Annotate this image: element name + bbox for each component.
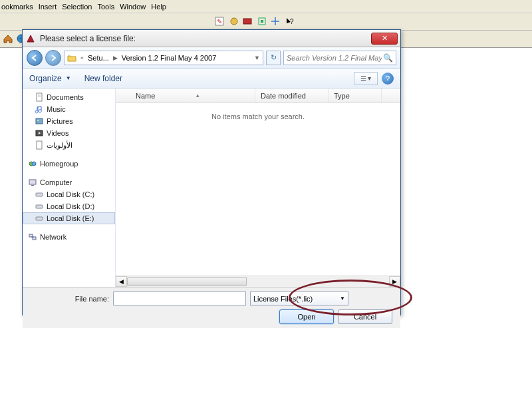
svg-rect-22 bbox=[29, 234, 33, 237]
svg-rect-23 bbox=[33, 237, 36, 240]
svg-point-2 bbox=[231, 18, 237, 25]
menu-tools[interactable]: Tools bbox=[97, 3, 114, 11]
scroll-thumb[interactable] bbox=[127, 277, 247, 286]
new-folder-button[interactable]: New folder bbox=[84, 74, 122, 83]
svg-text:?: ? bbox=[290, 18, 294, 25]
tb-icon-d[interactable] bbox=[257, 16, 267, 27]
file-open-dialog: Please select a license file: ✕ « Setu..… bbox=[22, 29, 401, 315]
col-name[interactable]: Name▲ bbox=[116, 89, 255, 102]
bc-dropdown[interactable]: ▼ bbox=[254, 55, 260, 61]
nav-tree[interactable]: Documents Music Pictures Videos الأولويا… bbox=[23, 89, 116, 287]
svg-rect-8 bbox=[37, 93, 42, 101]
app-icon bbox=[25, 33, 36, 44]
search-box[interactable]: 🔍 bbox=[283, 51, 396, 65]
close-button[interactable]: ✕ bbox=[371, 33, 398, 45]
tb-home-icon[interactable] bbox=[3, 33, 13, 44]
scroll-right[interactable]: ▶ bbox=[389, 276, 400, 287]
svg-rect-5 bbox=[261, 20, 263, 23]
svg-rect-3 bbox=[243, 19, 251, 24]
view-button[interactable]: ☰ ▾ bbox=[354, 72, 378, 85]
svg-rect-14 bbox=[37, 141, 42, 149]
search-icon: 🔍 bbox=[383, 53, 393, 63]
filename-input[interactable] bbox=[113, 292, 246, 305]
svg-rect-19 bbox=[36, 193, 43, 196]
column-header: Name▲ Date modified Type bbox=[116, 89, 400, 103]
folder-icon bbox=[67, 53, 76, 63]
bc-folder-2[interactable]: Version 1.2 Final May 4 2007 bbox=[122, 54, 216, 62]
filename-label: File name: bbox=[29, 295, 109, 303]
tb-icon-help-arrow[interactable]: ? bbox=[285, 16, 295, 27]
forward-button[interactable] bbox=[45, 50, 61, 66]
nav-row: « Setu... ▶ Version 1.2 Final May 4 2007… bbox=[23, 47, 400, 69]
toolbar-row-1: ✎ ? bbox=[0, 13, 532, 31]
scroll-left[interactable]: ◀ bbox=[116, 276, 127, 287]
organize-button[interactable]: Organize bbox=[29, 74, 62, 83]
filetype-filter[interactable]: License Files(*.lic) ▼ bbox=[250, 292, 348, 305]
chevron-down-icon: ▼ bbox=[340, 296, 345, 301]
open-button[interactable]: Open bbox=[279, 309, 334, 324]
file-list-area: Name▲ Date modified Type No items match … bbox=[116, 89, 400, 287]
breadcrumb[interactable]: « Setu... ▶ Version 1.2 Final May 4 2007… bbox=[64, 51, 263, 65]
nav-network[interactable]: Network bbox=[23, 231, 115, 243]
back-button[interactable] bbox=[27, 50, 43, 66]
nav-videos[interactable]: Videos bbox=[23, 127, 115, 139]
titlebar: Please select a license file: ✕ bbox=[23, 30, 400, 47]
cancel-button[interactable]: Cancel bbox=[338, 309, 392, 324]
organize-dropdown-icon[interactable]: ▼ bbox=[66, 75, 71, 81]
h-scrollbar[interactable]: ◀ ▶ bbox=[116, 276, 400, 287]
filter-label: License Files(*.lic) bbox=[253, 295, 313, 303]
col-date[interactable]: Date modified bbox=[255, 89, 329, 102]
tb-icon-a[interactable]: ✎ bbox=[214, 16, 225, 27]
menu-insert[interactable]: Insert bbox=[39, 3, 57, 11]
svg-rect-18 bbox=[31, 185, 34, 186]
bc-folder-1[interactable]: Setu... bbox=[88, 54, 109, 62]
empty-message: No items match your search. bbox=[116, 112, 400, 120]
nav-local-c[interactable]: Local Disk (C:) bbox=[23, 188, 115, 200]
dialog-body: Documents Music Pictures Videos الأولويا… bbox=[23, 89, 400, 287]
nav-computer[interactable]: Computer bbox=[23, 176, 115, 188]
search-input[interactable] bbox=[287, 54, 382, 62]
scroll-track[interactable] bbox=[127, 276, 389, 287]
bottom-panel: File name: License Files(*.lic) ▼ Open C… bbox=[23, 287, 400, 328]
col-type[interactable]: Type bbox=[329, 89, 382, 102]
svg-rect-21 bbox=[36, 217, 43, 220]
bc-sep: « bbox=[80, 55, 84, 61]
nav-homegroup[interactable]: Homegroup bbox=[23, 158, 115, 170]
command-row: Organize ▼ New folder ☰ ▾ ? bbox=[23, 69, 400, 89]
menubar: ookmarks Insert Selection Tools Window H… bbox=[0, 0, 532, 13]
menu-help[interactable]: Help bbox=[151, 3, 166, 11]
nav-priorities[interactable]: الأولويات bbox=[23, 139, 115, 151]
svg-point-12 bbox=[37, 120, 39, 121]
help-button[interactable]: ? bbox=[382, 73, 394, 85]
nav-local-e[interactable]: Local Disk (E:) bbox=[23, 212, 115, 224]
dialog-title: Please select a license file: bbox=[40, 34, 371, 43]
tb-icon-b[interactable] bbox=[229, 16, 239, 27]
nav-local-d[interactable]: Local Disk (D:) bbox=[23, 200, 115, 212]
menu-selection[interactable]: Selection bbox=[62, 3, 92, 11]
menu-window[interactable]: Window bbox=[120, 3, 146, 11]
svg-rect-17 bbox=[29, 180, 36, 184]
tb-icon-c[interactable] bbox=[242, 16, 253, 27]
nav-pictures[interactable]: Pictures bbox=[23, 115, 115, 127]
refresh-button[interactable]: ↻ bbox=[266, 51, 281, 65]
svg-rect-20 bbox=[36, 205, 43, 208]
menu-bookmarks[interactable]: ookmarks bbox=[1, 3, 33, 11]
svg-text:✎: ✎ bbox=[217, 18, 222, 25]
tb-icon-e[interactable] bbox=[270, 16, 281, 27]
nav-music[interactable]: Music bbox=[23, 103, 115, 115]
svg-point-16 bbox=[32, 162, 36, 166]
nav-documents[interactable]: Documents bbox=[23, 91, 115, 103]
svg-rect-11 bbox=[36, 118, 43, 124]
